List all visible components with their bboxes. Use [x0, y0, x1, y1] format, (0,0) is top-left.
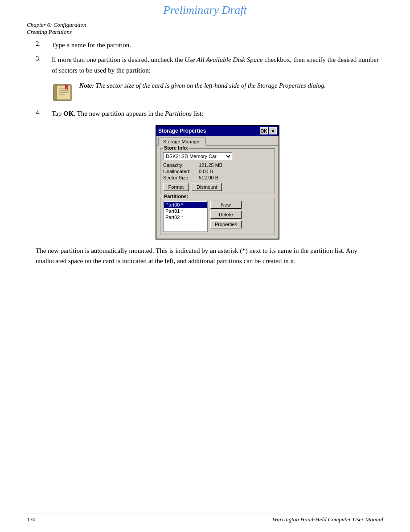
- partitions-label: Partitions:: [163, 194, 189, 199]
- step-4-bold: OK: [63, 110, 74, 117]
- store-info-group: Store Info: DSK2: SD Memory Car Capacity…: [160, 148, 275, 194]
- section-line: Creating Partitions: [27, 28, 383, 36]
- store-select-row: DSK2: SD Memory Car: [163, 152, 272, 160]
- dialog-body: Store Info: DSK2: SD Memory Car Capacity…: [156, 146, 279, 239]
- step-4-italic: Partitions: [165, 110, 192, 117]
- step-3-text-before: If more than one partition is desired, u…: [52, 56, 184, 63]
- dialog-title: Storage Properties: [158, 128, 206, 134]
- step-4-num: 4.: [36, 109, 52, 116]
- chapter-line: Chapter 6: Configuration: [27, 21, 383, 28]
- step-4-text-end: list:: [192, 110, 203, 117]
- close-titlebar-button[interactable]: ✕: [269, 127, 277, 134]
- unallocated-row: Unallocated: 0.00 B: [163, 169, 272, 174]
- step-3-italic: Use All Available Disk Space: [184, 56, 262, 63]
- sector-row: Sector Size: 512.00 B: [163, 175, 272, 180]
- partition-buttons: New Delete Properties: [210, 201, 242, 232]
- format-button[interactable]: Format: [163, 183, 189, 191]
- step-4: 4. Tap OK. The new partition appears in …: [36, 109, 383, 119]
- conclusion-paragraph: The new partition is automatically mount…: [36, 246, 383, 267]
- capacity-row: Capacity: 121.25 MB: [163, 162, 272, 168]
- step-3-num: 3.: [36, 55, 52, 62]
- sector-label: Sector Size:: [163, 175, 199, 180]
- step-2: 2. Type a name for the partition.: [36, 40, 383, 50]
- page-footer: 130 Warrington Hand-Held Computer User M…: [27, 513, 383, 523]
- footer-page-number: 130: [27, 516, 36, 523]
- unallocated-value: 0.00 B: [199, 169, 272, 174]
- chapter-info: Chapter 6: Configuration Creating Partit…: [0, 19, 410, 36]
- storage-manager-tab[interactable]: Storage Manager: [158, 138, 206, 146]
- step-4-text-before: Tap: [52, 110, 63, 117]
- store-select-dropdown[interactable]: DSK2: SD Memory Car: [163, 152, 232, 160]
- step-2-text: Type a name for the partition.: [52, 40, 383, 50]
- note-body: The sector size of the card is given on …: [94, 82, 326, 89]
- note-box: Note: The sector size of the card is giv…: [52, 81, 383, 103]
- footer-manual-name: Warrington Hand-Held Computer User Manua…: [272, 516, 383, 523]
- delete-partition-button[interactable]: Delete: [210, 211, 242, 219]
- book-icon: [52, 82, 73, 103]
- store-info-label: Store Info:: [163, 145, 189, 150]
- partitions-content: Part00 * Part01 * Part02 * New Delete Pr…: [163, 201, 272, 232]
- document-title: Preliminary Draft: [163, 4, 247, 16]
- store-info-buttons: Format Dismount: [163, 183, 272, 191]
- step-4-text-after: . The new partition appears in the: [74, 110, 165, 117]
- dialog-tabs: Storage Manager: [156, 136, 279, 146]
- page-header: Preliminary Draft: [0, 0, 410, 19]
- new-partition-button[interactable]: New: [210, 201, 242, 209]
- sector-value: 512.00 B: [199, 175, 272, 180]
- main-content: 2. Type a name for the partition. 3. If …: [0, 36, 410, 267]
- ok-titlebar-button[interactable]: OK: [260, 127, 268, 134]
- svg-rect-2: [53, 85, 57, 101]
- capacity-value: 121.25 MB: [199, 162, 272, 168]
- step-2-num: 2.: [36, 40, 52, 48]
- step-3-text: If more than one partition is desired, u…: [52, 55, 383, 76]
- dialog-titlebar: Storage Properties OK ✕: [156, 126, 279, 136]
- capacity-label: Capacity:: [163, 162, 199, 168]
- dialog-titlebar-buttons: OK ✕: [260, 127, 277, 134]
- dismount-button[interactable]: Dismount: [192, 183, 222, 191]
- dialog-container: Storage Properties OK ✕ Storage Manager …: [52, 125, 383, 240]
- note-text: Note: The sector size of the card is giv…: [79, 81, 326, 91]
- storage-properties-dialog[interactable]: Storage Properties OK ✕ Storage Manager …: [156, 125, 279, 240]
- partition-item-2[interactable]: Part02 *: [164, 214, 207, 220]
- partition-item-0[interactable]: Part00 *: [164, 202, 207, 208]
- partitions-group: Partitions: Part00 * Part01 * Part02 * N…: [160, 197, 275, 235]
- unallocated-label: Unallocated:: [163, 169, 199, 174]
- partition-item-1[interactable]: Part01 *: [164, 208, 207, 214]
- properties-partition-button[interactable]: Properties: [210, 220, 242, 228]
- step-3: 3. If more than one partition is desired…: [36, 55, 383, 76]
- note-label: Note:: [79, 82, 94, 89]
- partition-list[interactable]: Part00 * Part01 * Part02 *: [163, 201, 208, 232]
- step-4-text: Tap OK. The new partition appears in the…: [52, 109, 383, 119]
